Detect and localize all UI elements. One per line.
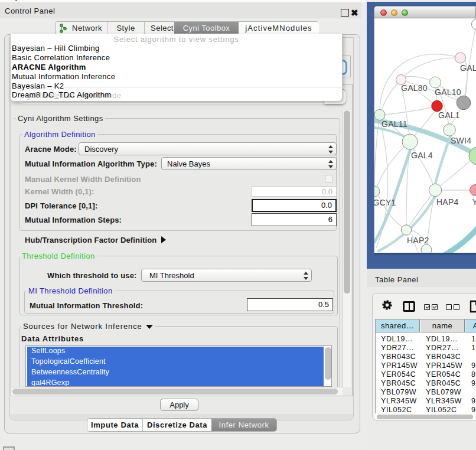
svg-text:GAL10: GAL10 [435, 87, 461, 97]
svg-text:GAL11: GAL11 [382, 119, 407, 129]
svg-text:Y: Y [472, 197, 476, 207]
svg-text:GAL80: GAL80 [401, 83, 428, 93]
svg-text:HAP2: HAP2 [407, 236, 429, 245]
svg-text:GAL: GAL [460, 63, 476, 73]
svg-text:GAL4: GAL4 [411, 151, 433, 160]
svg-text:SWI4: SWI4 [451, 136, 471, 145]
svg-text:GCY1: GCY1 [374, 198, 396, 207]
svg-text:GAL1: GAL1 [438, 110, 460, 120]
svg-text:HAP4: HAP4 [436, 197, 459, 207]
